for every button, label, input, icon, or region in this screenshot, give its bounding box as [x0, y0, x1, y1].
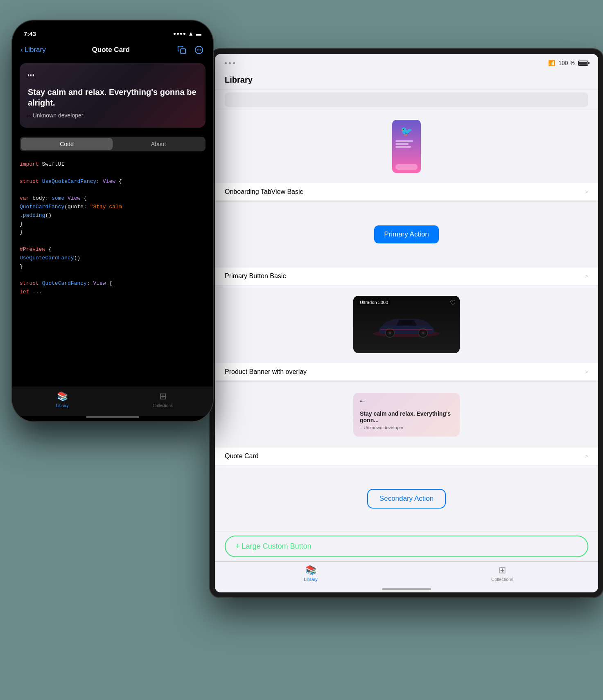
iphone-back-button[interactable]: ‹ Library: [20, 46, 46, 54]
ipad-tab-collections-label: Collections: [491, 577, 513, 582]
ipad-battery-icon: [578, 61, 588, 66]
segment-code-button[interactable]: Code: [21, 138, 113, 150]
collections-tab-icon: ⊞: [159, 391, 167, 402]
heart-icon: ♡: [450, 299, 456, 307]
list-item[interactable]: ““ Stay calm and relax. Everything's gon…: [215, 381, 598, 465]
ipad-collections-tab-icon: ⊞: [499, 565, 506, 576]
onboarding-text-lines: [395, 140, 418, 148]
list-item-label: Quote Card >: [215, 447, 598, 465]
wifi-icon: ▲: [188, 30, 194, 37]
svg-point-4: [200, 50, 201, 51]
list-item[interactable]: Primary Action Primary Button Basic >: [215, 201, 598, 285]
more-icon[interactable]: [193, 44, 205, 56]
iphone-tab-bar: 📚 Library ⊞ Collections: [12, 387, 213, 416]
iphone-back-label: Library: [25, 46, 46, 54]
ipad-wifi-icon: 📶: [548, 60, 555, 66]
battery-icon: ▬: [196, 31, 201, 37]
product-banner: Ultradon 3000 ♡: [353, 296, 460, 353]
ipad-library-tab-icon: 📚: [305, 565, 316, 576]
iphone-time: 7:43: [24, 30, 36, 37]
quote-icon: ““: [28, 72, 197, 83]
swift-icon: 🐦: [400, 126, 413, 137]
ipad-tab-bar: 📚 Library ⊞ Collections: [215, 561, 598, 588]
chevron-right-icon: >: [585, 453, 588, 459]
iphone-tab-library-label: Library: [56, 403, 69, 408]
product-banner-title-label: Ultradon 3000: [357, 299, 391, 306]
list-item[interactable]: Secondary Action Secondary Button Basic …: [215, 466, 598, 531]
iphone-code-area: import SwiftUI struct UseQuoteCardFancy:…: [12, 156, 213, 387]
iphone-nav-bar: ‹ Library Quote Card: [12, 41, 213, 59]
ipad-nav-title: Library: [225, 75, 253, 84]
onboarding-bottom-bar: [395, 164, 418, 170]
svg-point-2: [197, 50, 198, 51]
list-item[interactable]: 🐦 Onboarding TabView Basic >: [215, 110, 598, 201]
svg-point-11: [422, 332, 424, 334]
iphone-status-icons: ▲ ▬: [174, 30, 201, 37]
ipad-device: 📶 100 % Library 🐦: [210, 49, 603, 597]
iphone-status-bar: 7:43 ▲ ▬: [12, 20, 213, 41]
list-item-label: Product Banner with overlay >: [215, 363, 598, 380]
ipad-battery-pct: 100 %: [558, 60, 575, 66]
iphone-tab-collections-label: Collections: [153, 403, 173, 408]
list-item-text: Quote Card: [225, 452, 259, 460]
iphone-tab-collections[interactable]: ⊞ Collections: [113, 391, 213, 408]
ipad-screen: 📶 100 % Library 🐦: [215, 54, 598, 592]
iphone-nav-actions: [176, 44, 205, 56]
quote-card-preview: ““ Stay calm and relax. Everything's gon…: [353, 393, 460, 437]
iphone-nav-title: Quote Card: [92, 46, 130, 54]
list-item[interactable]: Ultradon 3000 ♡ Product Banner with over…: [215, 286, 598, 381]
list-item-preview-primary-btn: Primary Action: [215, 202, 598, 267]
svg-rect-0: [181, 49, 185, 54]
list-item-preview-secondary-btn: Secondary Action: [215, 466, 598, 531]
list-item-preview-onboarding: 🐦: [215, 110, 598, 183]
secondary-action-button[interactable]: Secondary Action: [367, 489, 446, 509]
list-item-label: Onboarding TabView Basic >: [215, 183, 598, 200]
ipad-status-bar: 📶 100 %: [215, 54, 598, 72]
ipad-signal-icon: [225, 62, 235, 64]
chevron-right-icon: >: [585, 189, 588, 195]
primary-action-button[interactable]: Primary Action: [374, 225, 439, 243]
large-custom-button[interactable]: + Large Custom Button: [225, 536, 588, 557]
large-custom-button-container: + Large Custom Button: [215, 531, 598, 561]
ipad-list: 🐦 Onboarding TabView Basic >: [215, 110, 598, 531]
signal-icon: [174, 33, 185, 35]
chevron-right-icon: >: [585, 369, 588, 375]
ipad-search-bar[interactable]: [225, 92, 588, 107]
iphone-home-indicator: [86, 416, 139, 418]
ipad-home-indicator: [382, 588, 431, 590]
ipad-tab-library[interactable]: 📚 Library: [215, 565, 407, 582]
svg-point-8: [389, 332, 391, 334]
list-item-text: Onboarding TabView Basic: [225, 188, 303, 196]
library-tab-icon: 📚: [57, 391, 68, 402]
chevron-left-icon: ‹: [20, 46, 23, 54]
ipad-tab-collections[interactable]: ⊞ Collections: [407, 565, 598, 582]
ipad-status-right: 📶 100 %: [548, 60, 588, 66]
list-item-text: Primary Button Basic: [225, 272, 286, 280]
iphone-segment-control: Code About: [20, 137, 206, 151]
iphone-screen: 7:43 ▲ ▬ ‹ Library Quote Card: [12, 20, 213, 421]
svg-rect-12: [401, 320, 412, 325]
list-item-text: Product Banner with overlay: [225, 368, 307, 376]
quote-preview-author: – Unknown developer: [360, 425, 453, 430]
list-item-preview-quote: ““ Stay calm and relax. Everything's gon…: [215, 382, 598, 447]
ipad-tab-library-label: Library: [304, 577, 318, 582]
copy-icon[interactable]: [176, 44, 187, 56]
segment-about-button[interactable]: About: [113, 138, 204, 150]
svg-point-3: [199, 50, 200, 51]
onboarding-preview: 🐦: [392, 120, 421, 173]
list-item-preview-product-banner: Ultradon 3000 ♡: [215, 286, 598, 363]
chevron-right-icon: >: [585, 273, 588, 279]
quote-text: Stay calm and relax. Everything's gonna …: [28, 87, 197, 108]
iphone-tab-library[interactable]: 📚 Library: [12, 391, 113, 408]
iphone-device: 7:43 ▲ ▬ ‹ Library Quote Card: [12, 20, 213, 421]
quote-preview-icon: ““: [360, 399, 453, 408]
list-item-label: Primary Button Basic >: [215, 267, 598, 285]
quote-author: – Unknown developer: [28, 112, 197, 119]
iphone-quote-card: ““ Stay calm and relax. Everything's gon…: [20, 63, 206, 128]
quote-preview-text: Stay calm and relax. Everything's gonn..…: [360, 410, 453, 423]
ipad-nav-bar: Library: [215, 72, 598, 90]
